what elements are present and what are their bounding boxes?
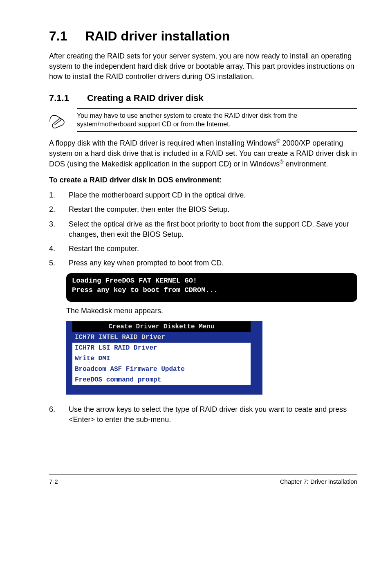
body-text-1c: environment. [284,160,328,168]
step-item: 1.Place the motherboard support CD in th… [49,190,357,200]
menu-item-freedos-prompt[interactable]: FreeDOS command prompt [72,375,251,385]
menu-item-broadcom-asf[interactable]: Broadcom ASF Firmware Update [72,364,251,375]
step-item: 5.Press any key when prompted to boot fr… [49,258,357,268]
subsection-heading: 7.1.1Creating a RAID driver disk [49,93,357,103]
step-text: Press any key when prompted to boot from… [69,258,224,268]
note-block: You may have to use another system to cr… [47,108,357,132]
terminal-output: Loading FreeDOS FAT KERNEL GO! Press any… [66,273,357,302]
step-number: 6. [49,404,57,425]
menu-title: Create Driver Diskette Menu [72,321,251,332]
mid-text: The Makedisk menu appears. [66,307,357,315]
dos-heading: To create a RAID driver disk in DOS envi… [49,176,357,184]
section-number: 7.1 [49,29,67,44]
step-number: 5. [49,258,57,268]
paperclip-icon [47,112,65,130]
makedisk-menu-container: Create Driver Diskette Menu ICH7R INTEL … [66,321,262,395]
subsection-number: 7.1.1 [49,93,69,103]
registered-symbol: ® [280,159,283,165]
step-text: Restart the computer, then enter the BIO… [69,204,229,215]
subsection-title: Creating a RAID driver disk [87,93,204,103]
step-list: 1.Place the motherboard support CD in th… [49,190,357,268]
section-title: RAID driver installation [85,29,230,43]
page-number: 7-2 [49,478,58,485]
intro-paragraph: After creating the RAID sets for your se… [49,51,357,82]
step-text: Place the motherboard support CD in the … [69,190,246,200]
section-heading: 7.1RAID driver installation [49,29,357,44]
note-paperclip-icon [47,108,65,132]
body-text-1a: A floppy disk with the RAID driver is re… [49,139,276,147]
registered-symbol: ® [276,138,280,144]
step-item: 4.Restart the computer. [49,244,357,254]
note-text: You may have to use another system to cr… [77,109,357,131]
step-number: 3. [49,219,57,240]
step-text: Restart the computer. [69,244,139,254]
body-paragraph: A floppy disk with the RAID driver is re… [49,138,357,170]
makedisk-menu: Create Driver Diskette Menu ICH7R INTEL … [72,321,251,386]
page-footer: 7-2 Chapter 7: Driver installation [49,474,357,485]
menu-item-ich7r-lsi[interactable]: ICH7R LSI RAID Driver [72,343,251,353]
step-text: Select the optical drive as the first bo… [69,219,357,240]
divider [77,131,357,132]
step-number: 1. [49,190,57,200]
step-number: 4. [49,244,57,254]
menu-item-ich7r-intel[interactable]: ICH7R INTEL RAID Driver [72,332,251,343]
step-number: 2. [49,204,57,215]
step-item: 2.Restart the computer, then enter the B… [49,204,357,215]
step-item-6: 6. Use the arrow keys to select the type… [49,404,357,425]
menu-item-write-dmi[interactable]: Write DMI [72,353,251,364]
step-item: 3.Select the optical drive as the first … [49,219,357,240]
chapter-label: Chapter 7: Driver installation [280,478,357,485]
step-text: Use the arrow keys to select the type of… [69,404,357,425]
